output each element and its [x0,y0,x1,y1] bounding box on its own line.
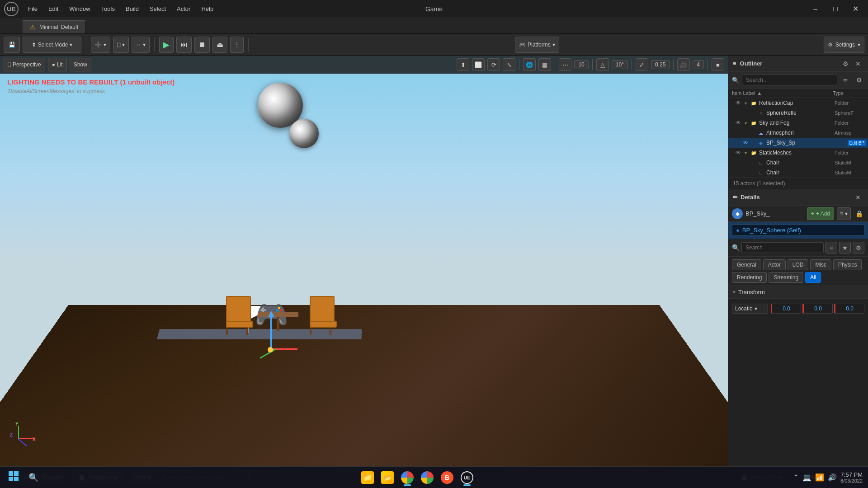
close-button[interactable]: ✕ [846,0,864,18]
snap-button[interactable]: ⎕ ▾ [113,37,129,53]
menu-file[interactable]: File [23,2,43,16]
favorites-icon[interactable]: ≡ [826,242,837,253]
add-component-button[interactable]: + + Add [807,207,834,220]
show-button[interactable]: Show [70,58,91,71]
filter-rendering[interactable]: Rendering [732,272,767,283]
filter-physics[interactable]: Physics [833,259,862,270]
menu-actor[interactable]: Actor [171,2,196,16]
maximize-button[interactable]: □ [826,0,844,18]
eye-icon[interactable]: 👁 [743,160,752,166]
outliner-search-input[interactable] [742,75,837,85]
details-close-button[interactable]: ✕ [853,192,863,203]
select-mode-button[interactable]: ⬆ Select Mode ▾ [23,37,81,53]
bp-tag[interactable]: Edit BP [848,140,866,146]
menu-build[interactable]: Build [120,2,144,16]
angle-icon[interactable]: △ [596,58,609,71]
expand-icon[interactable]: ▾ [745,150,750,155]
eye-icon[interactable]: 👁 [743,130,752,136]
eye-icon[interactable]: 👁 [743,140,752,146]
perspective-button[interactable]: ⎕ Perspective [4,58,45,71]
details-search-input[interactable] [741,242,824,253]
selected-component-inner[interactable]: ● BP_Sky_Sphere (Self) [732,225,864,236]
volume-icon[interactable]: 🔊 [828,473,837,482]
taskbar-files-button[interactable]: 📁 [359,469,377,487]
grid-size[interactable]: 10 [574,60,588,69]
save-button[interactable]: 💾 [4,37,20,53]
grid-icon[interactable]: ⋯ [559,58,571,71]
platforms-button[interactable]: 🎮 Platforms ▾ [515,37,559,53]
taskbar-chrome-button[interactable] [398,469,416,487]
outliner-item-chair1[interactable]: 👁 ▾ □ Chair StaticM [728,158,868,168]
world-icon[interactable]: 🌐 [523,58,536,71]
outliner-filter-icon[interactable]: ≣ [840,75,851,85]
scale-icon-2[interactable]: ⤢ [636,58,648,71]
eye-icon[interactable]: 👁 [736,100,745,106]
location-x-input[interactable]: 0.0 [771,304,801,314]
outliner-item-chair2[interactable]: 👁 ▾ □ Chair StaticM [728,168,868,178]
scale-button[interactable]: ↔ ▾ [132,37,150,53]
taskbar-brave-button[interactable]: B [438,469,456,487]
display-icon[interactable]: 💻 [802,473,811,482]
settings-button[interactable]: ⚙ Settings ▾ [824,37,864,53]
snap-surface-icon[interactable]: ▦ [538,58,551,71]
taskbar-explorer-button[interactable]: 📂 [378,469,396,487]
taskbar-ue-button[interactable]: UE [458,469,476,487]
options-icon[interactable]: ⚙ [853,242,864,253]
outliner-close-icon[interactable]: ✕ [853,58,863,69]
rotate-icon[interactable]: ⟳ [487,58,500,71]
outliner-item-sphereref[interactable]: 👁 ▾ ○ SphereRefle SphereF [728,108,868,118]
eye-icon[interactable]: 👁 [736,120,745,126]
skip-button[interactable]: ⏭ [176,37,192,53]
menu-help[interactable]: Help [196,2,219,16]
eye-icon[interactable]: 👁 [743,110,752,116]
chevron-up-icon[interactable]: ⌃ [793,473,799,482]
play-button[interactable]: ▶ [159,37,174,53]
location-z-input[interactable]: 0.0 [834,304,864,314]
add-object-button[interactable]: ➕ ▾ [91,37,110,53]
lock-icon[interactable]: 🔒 [854,208,864,219]
lit-button[interactable]: ● Lit [48,58,67,71]
filter-general[interactable]: General [732,259,761,270]
menu-select[interactable]: Select [144,2,171,16]
taskbar-chrome-alt-button[interactable] [418,469,436,487]
eye-icon[interactable]: 👁 [736,150,745,156]
angle-value-display[interactable]: 10° [612,60,628,69]
filter-lod[interactable]: LOD [788,259,809,270]
eject-button[interactable]: ⏏ [212,37,227,53]
network-icon[interactable]: 📶 [815,473,824,482]
filter-misc[interactable]: Misc [810,259,831,270]
outliner-item-reflectioncap[interactable]: 👁 ▾ 📁 ReflectionCap Folder [728,98,868,108]
location-mode-dropdown[interactable]: Locatio ▾ [732,304,768,314]
filter-actor[interactable]: Actor [763,259,786,270]
menu-tools[interactable]: Tools [96,2,120,16]
outliner-options-icon[interactable]: ⚙ [854,75,864,85]
start-button[interactable] [5,469,22,486]
camera-icon[interactable]: 🎥 [677,58,690,71]
location-y-input[interactable]: 0.0 [802,304,833,314]
expand-icon[interactable]: ▾ [745,121,750,126]
eye-icon[interactable]: 👁 [743,169,752,176]
move-icon[interactable]: ⬜ [472,58,485,71]
maximize-viewport-icon[interactable]: ■ [712,58,724,71]
outliner-item-atmo[interactable]: 👁 ▾ ☁ Atmospheri Atmosp [728,128,868,138]
outliner-item-staticmeshes[interactable]: 👁 ▾ 📁 StaticMeshes Folder [728,148,868,158]
outliner-item-bpsky[interactable]: 👁 ▾ ◆ BP_Sky_Sp Edit BP [728,138,868,148]
project-tab[interactable]: ⚠ Minimal_Default [23,20,86,33]
component-options-button[interactable]: ≡ ▾ [837,207,851,220]
filter-all[interactable]: All [805,272,821,283]
ue-logo[interactable]: UE [0,0,23,18]
outliner-settings-icon[interactable]: ⚙ [840,58,851,69]
taskbar-search-button[interactable]: 🔍 [25,469,42,486]
stop-button[interactable]: ⏹ [194,37,210,53]
minimize-button[interactable]: – [807,0,825,18]
viewport[interactable]: ⎕ Perspective ● Lit Show ⬆ ⬜ ⟳ ⤡ 🌐 ▦ ⋯ 1… [0,56,728,466]
taskbar-clock[interactable]: 7:57 PM 8/03/2022 [840,471,863,483]
scale-icon[interactable]: ⤡ [503,58,515,71]
filter-streaming[interactable]: Streaming [769,272,803,283]
expand-icon[interactable]: ▾ [745,101,750,106]
transform-header[interactable]: ▾ Transform [728,286,868,299]
scale-value-display[interactable]: 0.25 [651,60,670,69]
menu-edit[interactable]: Edit [43,2,64,16]
more-button[interactable]: ⋮ [230,37,244,53]
star-icon[interactable]: ★ [839,242,851,253]
